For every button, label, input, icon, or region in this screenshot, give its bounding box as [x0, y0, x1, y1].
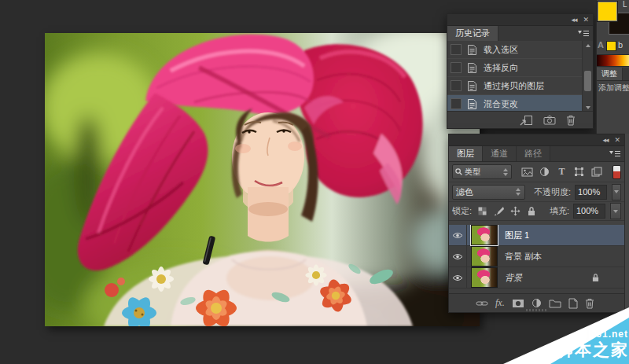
lock-row: 锁定: 填充: 100%	[449, 202, 624, 221]
panel-resize-grip[interactable]	[526, 309, 548, 311]
history-brush-source-well[interactable]	[451, 98, 462, 109]
opacity-input[interactable]: 100%	[575, 185, 607, 200]
tab-paths[interactable]: 路径	[517, 146, 550, 161]
history-step-icon	[467, 62, 477, 74]
layers-tabbar: 图层 通道 路径	[449, 146, 624, 162]
layer-name[interactable]: 背景 副本	[505, 251, 542, 263]
history-step-label: 通过拷贝的图层	[484, 80, 544, 92]
blend-mode-dropdown[interactable]: 滤色	[452, 185, 525, 200]
tab-layers[interactable]: 图层	[449, 146, 483, 161]
canvas-photo[interactable]	[45, 33, 480, 326]
history-panel: ◂◂ ✕ 历史记录 载入选区 选择反向	[447, 13, 594, 129]
opacity-label: 不透明度:	[534, 186, 571, 198]
layers-panel-header: ◂◂ ✕	[449, 134, 624, 146]
lock-position-move-icon[interactable]	[509, 206, 521, 216]
scrollbar-thumb[interactable]	[584, 71, 591, 91]
new-document-from-state-icon[interactable]	[520, 115, 533, 126]
tab-history[interactable]: 历史记录	[447, 26, 498, 41]
layer-locked-icon	[592, 273, 599, 282]
layer-style-fx-icon[interactable]: fx.	[495, 297, 505, 309]
history-brush-source-well[interactable]	[451, 62, 462, 73]
layer-filtering-toggle[interactable]	[612, 165, 621, 179]
lock-transparency-icon[interactable]	[476, 207, 488, 215]
filter-pixel-layers-icon[interactable]	[520, 166, 534, 178]
collapse-panel-icon[interactable]: ◂◂	[571, 17, 576, 24]
lab-l-label: L	[623, 0, 627, 9]
history-step-label: 载入选区	[484, 44, 518, 56]
layers-list: 图层 1 背景 副本 背景	[449, 225, 624, 294]
history-step-icon	[467, 98, 477, 110]
delete-trash-icon[interactable]	[566, 115, 576, 126]
fill-dropdown-icon[interactable]	[610, 203, 621, 219]
filter-type-layers-icon[interactable]: T	[555, 166, 568, 178]
tab-channels[interactable]: 通道	[483, 146, 517, 161]
tab-adjustments[interactable]: 调整	[597, 68, 623, 80]
layer-filter-row: 类型 T	[449, 162, 624, 182]
history-brush-source-well[interactable]	[451, 44, 462, 55]
history-step-layer-via-copy[interactable]: 通过拷贝的图层	[447, 77, 593, 95]
filter-kind-label: 类型	[465, 167, 480, 178]
layer-thumbnail[interactable]	[471, 225, 498, 245]
close-panel-icon[interactable]: ✕	[583, 17, 588, 24]
visibility-eye-icon[interactable]	[449, 225, 467, 245]
opacity-dropdown-icon[interactable]	[612, 184, 621, 200]
collapse-panel-icon[interactable]: ◂◂	[602, 137, 608, 144]
history-scrollbar[interactable]	[582, 41, 593, 112]
docked-panel-edge	[624, 134, 629, 312]
history-step-select-inverse[interactable]: 选择反向	[447, 59, 593, 77]
filter-adjustment-layers-icon[interactable]	[538, 166, 551, 178]
layer-row-background-copy[interactable]: 背景 副本	[449, 246, 624, 267]
blend-mode-value: 滤色	[456, 186, 473, 198]
history-panel-header: ◂◂ ✕	[447, 14, 593, 26]
layer-row-layer1[interactable]: 图层 1	[449, 225, 624, 246]
foreground-color-swatch[interactable]	[597, 1, 618, 22]
layer-thumbnail[interactable]	[471, 267, 498, 288]
history-brush-source-well[interactable]	[451, 80, 462, 91]
dropdown-arrows-icon	[516, 188, 521, 196]
lock-image-brush-icon[interactable]	[492, 206, 505, 216]
close-panel-icon[interactable]: ✕	[614, 137, 620, 144]
new-adjustment-layer-icon[interactable]	[532, 298, 542, 308]
delete-layer-trash-icon[interactable]	[585, 298, 594, 309]
filter-shape-layers-icon[interactable]	[572, 166, 586, 178]
watermark-site: jb51.net	[587, 329, 628, 340]
history-panel-menu-icon[interactable]	[574, 26, 593, 41]
history-bottom-bar	[447, 111, 593, 128]
filter-smart-objects-icon[interactable]	[590, 166, 603, 178]
lock-all-padlock-icon[interactable]	[525, 206, 538, 216]
layers-panel: ◂◂ ✕ 图层 通道 路径 类型 T	[448, 134, 625, 313]
history-step-load-selection[interactable]: 载入选区	[447, 41, 593, 59]
history-list: 载入选区 选择反向 通过拷贝的图层 混合	[447, 41, 593, 112]
scroll-up-icon[interactable]	[583, 41, 593, 50]
visibility-eye-icon[interactable]	[449, 267, 467, 288]
fill-label: 填充:	[550, 205, 569, 217]
watermark-name: 脚本之家	[557, 339, 629, 361]
layer-name[interactable]: 图层 1	[505, 230, 529, 241]
blend-mode-row: 滤色 不透明度: 100%	[449, 182, 624, 202]
lab-b-label: b	[618, 40, 623, 50]
search-icon	[455, 168, 462, 175]
lab-a-label: A	[598, 40, 604, 50]
history-step-blend-change[interactable]: 混合更改	[447, 95, 593, 112]
color-ramp[interactable]	[597, 54, 629, 67]
history-step-label: 选择反向	[484, 62, 518, 74]
visibility-eye-icon[interactable]	[449, 246, 467, 267]
layer-thumbnail[interactable]	[471, 246, 498, 267]
new-group-folder-icon[interactable]	[549, 299, 561, 308]
history-step-icon	[467, 44, 477, 56]
color-panel-strip: L A b 调整 添加调整	[596, 0, 629, 134]
new-snapshot-camera-icon[interactable]	[543, 115, 556, 125]
layers-panel-menu-icon[interactable]	[605, 146, 624, 161]
lock-label: 锁定:	[452, 205, 472, 217]
fill-input[interactable]: 100%	[573, 204, 605, 219]
link-layers-icon[interactable]	[476, 300, 488, 307]
filter-kind-dropdown[interactable]: 类型	[452, 164, 512, 179]
layer-name[interactable]: 背景	[505, 272, 522, 284]
new-layer-icon[interactable]	[568, 298, 578, 309]
layer-row-background[interactable]: 背景	[449, 267, 624, 289]
add-layer-mask-icon[interactable]	[512, 299, 524, 308]
photo-illustration	[45, 33, 480, 326]
photoshop-workspace: ◂◂ ✕ 历史记录 载入选区 选择反向	[0, 0, 629, 364]
history-step-label: 混合更改	[484, 98, 518, 110]
color-chip[interactable]	[606, 41, 616, 51]
